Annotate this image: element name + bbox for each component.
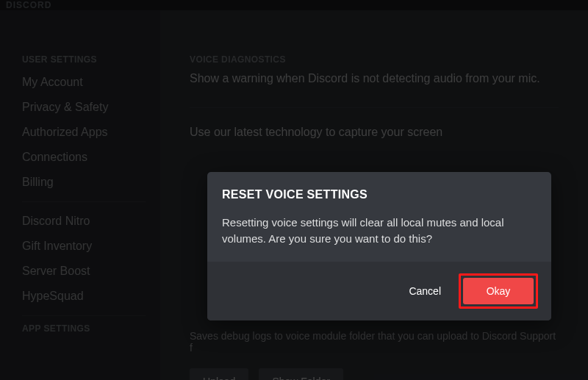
- sidebar-divider: [22, 201, 146, 202]
- screen-capture-text: Use our latest technology to capture you…: [190, 126, 559, 139]
- modal-description: Resetting voice settings will clear all …: [222, 215, 537, 247]
- modal-title: RESET VOICE SETTINGS: [222, 188, 537, 201]
- voice-diagnostics-header: VOICE DIAGNOSTICS: [190, 54, 559, 65]
- okay-button[interactable]: Okay: [463, 278, 534, 304]
- sidebar-divider: [22, 315, 146, 316]
- cancel-button[interactable]: Cancel: [404, 279, 445, 303]
- sidebar-item-server-boost[interactable]: Server Boost: [15, 259, 153, 283]
- sidebar-item-connections[interactable]: Connections: [15, 146, 153, 169]
- debug-button-row: Upload Show Folder: [190, 368, 559, 380]
- sidebar-item-gift-inventory[interactable]: Gift Inventory: [15, 234, 153, 258]
- mic-warning-text: Show a warning when Discord is not detec…: [190, 72, 559, 85]
- settings-sidebar: USER SETTINGS My Account Privacy & Safet…: [0, 10, 160, 380]
- debug-logs-text: Saves debug logs to voice module folder …: [190, 330, 559, 354]
- sidebar-item-authorized-apps[interactable]: Authorized Apps: [15, 121, 153, 144]
- sidebar-section-header-user: USER SETTINGS: [22, 54, 146, 65]
- sidebar-section-header-app: APP SETTINGS: [22, 323, 146, 334]
- modal-body: RESET VOICE SETTINGS Resetting voice set…: [207, 172, 551, 262]
- show-folder-button[interactable]: Show Folder: [259, 368, 343, 380]
- okay-highlight: Okay: [459, 273, 538, 309]
- sidebar-item-billing[interactable]: Billing: [15, 171, 153, 194]
- sidebar-item-discord-nitro[interactable]: Discord Nitro: [15, 209, 153, 233]
- sidebar-item-privacy-safety[interactable]: Privacy & Safety: [15, 96, 153, 119]
- modal-footer: Cancel Okay: [207, 262, 551, 320]
- upload-button[interactable]: Upload: [190, 368, 248, 380]
- sidebar-item-my-account[interactable]: My Account: [15, 71, 153, 94]
- reset-voice-modal: RESET VOICE SETTINGS Resetting voice set…: [207, 172, 551, 320]
- sidebar-item-hypesquad[interactable]: HypeSquad: [15, 284, 153, 308]
- discord-wordmark: DISCORD: [6, 0, 51, 10]
- horizontal-divider: [190, 107, 559, 108]
- titlebar: DISCORD: [0, 0, 588, 10]
